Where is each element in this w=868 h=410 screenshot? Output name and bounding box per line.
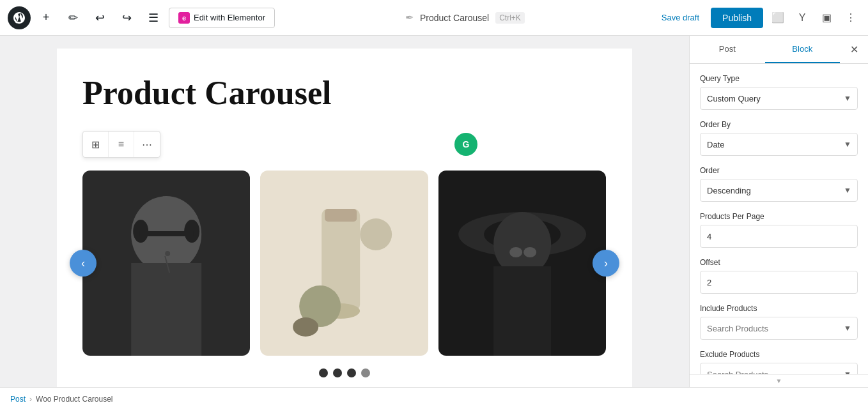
exclude-products-arrow-icon: ▼ [844, 370, 851, 374]
order-select-wrapper: Descending Ascending ▼ [700, 179, 858, 202]
toolbar: + ✏ ↩ ↪ ☰ e Edit with Elementor ✒ Produc… [0, 0, 868, 36]
carousel-item-3 [438, 171, 606, 356]
svg-rect-2 [131, 263, 201, 356]
right-panel: Post Block ✕ Query Type Custom Query Def… [689, 36, 868, 387]
offset-group: Offset [700, 258, 858, 294]
canvas-inner: Product Carousel ⊞ ≡ ⋯ G ‹ [57, 49, 632, 387]
main-area: Product Carousel ⊞ ≡ ⋯ G ‹ [0, 36, 868, 387]
breadcrumb-page: Woo Product Carousel [36, 395, 113, 404]
more-options-button[interactable]: ⋮ [841, 8, 860, 27]
order-by-select[interactable]: Date Title ID Random [700, 133, 858, 156]
order-by-label: Order By [700, 120, 858, 129]
include-products-group: Include Products ▼ [700, 304, 858, 340]
include-products-arrow-icon: ▼ [844, 324, 851, 333]
carousel-item-2 [260, 171, 428, 356]
wp-logo[interactable] [8, 6, 31, 29]
order-label: Order [700, 166, 858, 175]
panel-close-button[interactable]: ✕ [842, 38, 865, 61]
query-type-label: Query Type [700, 74, 858, 83]
tools-button[interactable]: ✏ [61, 6, 84, 29]
carousel-wrapper: ‹ [82, 171, 607, 356]
keyboard-shortcut: Ctrl+K [495, 12, 525, 24]
block-more-button[interactable]: ⋯ [134, 132, 160, 157]
grammarly-icon[interactable]: G [454, 133, 477, 156]
page-title: Product Carousel [82, 74, 607, 112]
post-title: Product Carousel [420, 13, 489, 23]
include-products-label: Include Products [700, 304, 858, 313]
carousel-prev-button[interactable]: ‹ [70, 250, 97, 277]
panel-body: Query Type Custom Query Default Query Cu… [690, 64, 868, 374]
svg-point-21 [523, 247, 536, 257]
carousel-dot-4[interactable] [361, 368, 370, 377]
order-select[interactable]: Descending Ascending [700, 179, 858, 202]
query-type-select-wrapper: Custom Query Default Query Current Query… [700, 87, 858, 110]
svg-rect-5 [139, 231, 193, 236]
order-by-group: Order By Date Title ID Random ▼ [700, 120, 858, 156]
query-type-group: Query Type Custom Query Default Query Cu… [700, 74, 858, 110]
products-per-page-label: Products Per Page [700, 212, 858, 221]
breadcrumb: Post › Woo Product Carousel [0, 387, 868, 410]
carousel-track [82, 171, 607, 356]
undo-button[interactable]: ↩ [88, 6, 111, 29]
tab-block[interactable]: Block [765, 36, 841, 63]
products-per-page-group: Products Per Page [700, 212, 858, 248]
exclude-products-wrapper: ▼ [700, 363, 858, 374]
panel-scroll-down[interactable]: ▼ [690, 374, 868, 387]
breadcrumb-post[interactable]: Post [10, 395, 26, 404]
svg-point-6 [165, 251, 170, 256]
svg-rect-19 [493, 266, 551, 356]
svg-rect-10 [325, 209, 357, 222]
editor-canvas: Product Carousel ⊞ ≡ ⋯ G ‹ [0, 36, 689, 387]
toolbar-center: ✒ Product Carousel Ctrl+K [280, 11, 650, 24]
query-type-select[interactable]: Custom Query Default Query Current Query [700, 87, 858, 110]
svg-point-20 [509, 247, 522, 257]
add-block-button[interactable]: + [35, 6, 58, 29]
svg-point-13 [293, 317, 318, 337]
carousel-dot-2[interactable] [333, 368, 342, 377]
redo-button[interactable]: ↪ [115, 6, 138, 29]
save-draft-button[interactable]: Save draft [655, 9, 706, 26]
carousel-dot-1[interactable] [319, 368, 328, 377]
offset-label: Offset [700, 258, 858, 267]
list-view-button[interactable]: ☰ [142, 6, 165, 29]
svg-point-14 [360, 218, 392, 250]
include-products-input[interactable] [700, 317, 858, 340]
publish-button[interactable]: Publish [711, 8, 763, 28]
tab-post[interactable]: Post [690, 36, 765, 63]
carousel-next-button[interactable]: › [593, 250, 619, 277]
toolbar-right: Save draft Publish ⬜ Y ▣ ⋮ [655, 8, 860, 28]
carousel-dots [82, 368, 607, 377]
block-toolbar: ⊞ ≡ ⋯ [82, 131, 160, 158]
block-align-button[interactable]: ⊞ [83, 132, 109, 157]
grammarly-letter: G [463, 139, 470, 149]
toolbar-left: + ✏ ↩ ↪ ☰ e Edit with Elementor [8, 6, 275, 29]
carousel-dot-3[interactable] [347, 368, 356, 377]
edit-elementor-button[interactable]: e Edit with Elementor [169, 8, 275, 28]
view-button[interactable]: ⬜ [768, 8, 787, 27]
products-per-page-input[interactable] [700, 225, 858, 248]
yoast-icon[interactable]: Y [793, 8, 812, 27]
pen-icon: ✒ [405, 11, 414, 24]
post-title-area: ✒ Product Carousel Ctrl+K [405, 11, 525, 24]
exclude-products-input[interactable] [700, 363, 858, 374]
carousel-item-1 [82, 171, 250, 356]
block-toolbar-wrap: ⊞ ≡ ⋯ G [82, 131, 607, 158]
exclude-products-label: Exclude Products [700, 350, 858, 359]
exclude-products-group: Exclude Products ▼ [700, 350, 858, 374]
breadcrumb-separator: › [29, 395, 32, 404]
elementor-icon: e [178, 12, 190, 24]
block-text-align-button[interactable]: ≡ [109, 132, 134, 157]
panel-tabs: Post Block ✕ [690, 36, 868, 64]
include-products-wrapper: ▼ [700, 317, 858, 340]
edit-elementor-label: Edit with Elementor [194, 13, 265, 22]
order-group: Order Descending Ascending ▼ [700, 166, 858, 202]
layout-button[interactable]: ▣ [817, 8, 836, 27]
order-by-select-wrapper: Date Title ID Random ▼ [700, 133, 858, 156]
offset-input[interactable] [700, 271, 858, 294]
